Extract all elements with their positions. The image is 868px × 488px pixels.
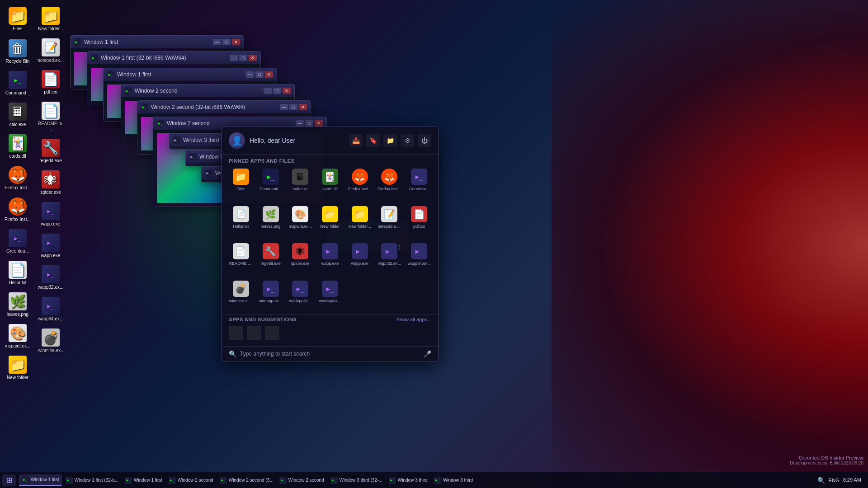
window-1-first-main-maximize[interactable]: □ xyxy=(222,39,231,45)
desktop-icon-calc[interactable]: 🖩 calc.exe xyxy=(2,100,33,130)
desktop-icon-notepad[interactable]: 📝 notepad.ex... xyxy=(35,36,66,66)
taskbar-window-3-third-3[interactable]: ▶_ Window 3 third xyxy=(431,474,476,486)
window-2-second-32-maximize[interactable]: □ xyxy=(289,104,297,110)
start-icon-folder[interactable]: 📁 xyxy=(383,134,397,147)
window-1-first-32-minimize[interactable]: — xyxy=(230,55,238,61)
start-icon-bookmark[interactable]: 🔖 xyxy=(366,134,380,147)
window-2-second-32-close[interactable]: ✕ xyxy=(299,104,307,110)
desktop-icon-pdf[interactable]: 📄 pdf.ico xyxy=(35,68,66,97)
desktop-icon-newfolder[interactable]: 📁 New folder xyxy=(2,353,33,383)
start-search-bar[interactable]: 🔍 Type anything to start search 🎤 xyxy=(222,346,438,361)
pinned-newfolder[interactable]: 📁 New folder xyxy=(316,203,344,240)
start-icon-settings[interactable]: ⚙ xyxy=(401,134,414,147)
app-suggest-3[interactable] xyxy=(265,326,279,340)
taskbar-window-2-second-32[interactable]: ▶_ Window 2 second (3... xyxy=(217,474,276,486)
desktop-icon-recyclebin[interactable]: 🗑 Recycle Bin xyxy=(2,37,33,66)
spider-label: spider.exe xyxy=(40,190,61,195)
window-1-first-32-icon: ▶_ xyxy=(91,54,98,61)
pinned-regedit[interactable]: 🔧 regedit.exe xyxy=(256,240,285,277)
pinned-wndapp64[interactable]: ▶_ wndapp64... xyxy=(316,278,344,314)
pinned-wapp32[interactable]: ▶_ wapp32.ex... ⋮ xyxy=(375,240,404,277)
desktop-icon-greentea[interactable]: ▶_ Greentea... xyxy=(2,227,33,256)
taskbar-window-2-second-2[interactable]: ▶_ Window 2 second xyxy=(277,474,327,486)
window-1-first-2-close[interactable]: ✕ xyxy=(265,71,273,78)
desktop-icon-readme[interactable]: 📄 README.m... xyxy=(35,99,66,134)
desktop-icon-command[interactable]: ▶_ Command _ xyxy=(2,69,33,98)
desktop-icon-wapp2[interactable]: ▶_ wapp.exe xyxy=(35,231,66,261)
pinned-wndapp32[interactable]: ▶_ wndapp32... xyxy=(286,278,315,314)
window-2-second-32-minimize[interactable]: — xyxy=(280,104,288,110)
desktop-icon-firefox2[interactable]: 🦊 Firefox Inst... xyxy=(2,195,33,225)
cards-label: cards.dll xyxy=(9,154,26,159)
desktop-icon-wapp1[interactable]: ▶_ wapp.exe xyxy=(35,200,66,229)
window-1-first-2-minimize[interactable]: — xyxy=(246,71,254,78)
pinned-firefox2[interactable]: 🦊 Firefox Inst... xyxy=(375,166,404,202)
taskbar-right: 🔍 ENG 8:29 AM xyxy=(817,477,866,484)
pinned-firefox1[interactable]: 🦊 Firefox Inst... xyxy=(345,166,374,202)
start-button[interactable]: ⊞ xyxy=(2,474,16,486)
window-1-first-main-minimize[interactable]: — xyxy=(213,39,221,45)
pinned-hellur[interactable]: 📄 Hellur.txt xyxy=(226,203,255,240)
desktop-icon-files[interactable]: 📁 Files xyxy=(2,5,33,34)
desktop-icon-spider[interactable]: 🕷 spider.exe xyxy=(35,168,66,197)
desktop-icon-regedit[interactable]: 🔧 regedit.exe xyxy=(35,136,66,166)
pinned-wapp1[interactable]: ▶_ wapp.exe xyxy=(316,240,344,277)
window-2-second-2-close[interactable]: ✕ xyxy=(315,120,323,127)
taskbar-window-3-third-2[interactable]: ▶_ Window 3 third xyxy=(386,474,430,486)
desktop-icon-wapp64[interactable]: ▶_ wapp64.ex... xyxy=(35,295,66,324)
pinned-wapp64[interactable]: ▶_ wapp64.ex... xyxy=(405,240,434,277)
pinned-files[interactable]: 📁 Files xyxy=(226,166,255,202)
window-1-first-32-maximize[interactable]: □ xyxy=(239,55,247,61)
pinned-cards[interactable]: 🃏 cards.dll xyxy=(316,166,344,202)
pinned-wndapp32-label: wndapp32... xyxy=(289,299,311,303)
app-suggest-1[interactable] xyxy=(229,326,243,340)
taskbar-window-1-first-32[interactable]: ▶_ Window 1 first (32-b... xyxy=(63,474,121,486)
window-2-second-2-maximize[interactable]: □ xyxy=(305,120,313,127)
pinned-wapp2[interactable]: ▶_ wapp.exe xyxy=(345,240,374,277)
show-all-apps-link[interactable]: Show all apps... xyxy=(396,317,431,322)
pinned-pdf[interactable]: 📄 pdf.ico xyxy=(405,203,434,240)
pinned-wndapp-icon: ▶_ xyxy=(263,281,279,297)
start-icon-download[interactable]: 📥 xyxy=(349,134,363,147)
pinned-notepad-icon: 📝 xyxy=(381,206,397,222)
desktop-icon-leaves[interactable]: 🌿 leaves.png xyxy=(2,290,33,319)
pinned-leaves[interactable]: 🌿 leaves.png xyxy=(256,203,285,240)
start-icon-power[interactable]: ⏻ xyxy=(418,134,431,147)
search-mic-icon[interactable]: 🎤 xyxy=(424,350,431,357)
pinned-notepad[interactable]: 📝 notepad.ex... xyxy=(375,203,404,240)
pinned-wndapp[interactable]: ▶_ wndapp.ex... xyxy=(256,278,285,314)
app-suggest-2[interactable] xyxy=(247,326,261,340)
firefox1-label: Firefox Inst... xyxy=(5,185,31,191)
desktop-icon-cards[interactable]: 🃏 cards.dll xyxy=(2,132,33,161)
start-menu[interactable]: 👤 Hello, dear User 📥 🔖 📁 ⚙ ⏻ Pinned apps… xyxy=(222,127,439,361)
desktop-icon-winmine[interactable]: 💣 winmine.ex... xyxy=(35,326,66,361)
taskbar-window-1-first[interactable]: ▶_ Window 1 first xyxy=(19,474,62,486)
taskbar-window-2-second[interactable]: ▶_ Window 2 second xyxy=(166,474,216,486)
pinned-spider-icon: 🕷 xyxy=(292,243,308,259)
desktop-icon-wapp32[interactable]: ▶_ wapp32.ex... xyxy=(35,263,66,292)
window-2-second-main-close[interactable]: ✕ xyxy=(283,88,291,94)
desktop-icon-mspaint[interactable]: 🎨 mspaint.ex... xyxy=(2,322,33,351)
taskbar-search-icon[interactable]: 🔍 xyxy=(817,477,825,484)
pinned-winmine[interactable]: 💣 winmine.ex... xyxy=(226,278,255,314)
notepad-label: notepad.ex... xyxy=(38,58,64,63)
pinned-mspaint[interactable]: 🎨 mspaint.ex... xyxy=(286,203,315,240)
pinned-cmd[interactable]: ▶_ Command... xyxy=(256,166,285,202)
taskbar-window-1-first-2[interactable]: ▶_ Window 1 first xyxy=(122,474,165,486)
desktop-icon-firefox1[interactable]: 🦊 Firefox Inst... xyxy=(2,164,33,193)
window-1-first-32-close[interactable]: ✕ xyxy=(249,55,257,61)
pinned-newfolder2[interactable]: 📁 New folder... xyxy=(345,203,374,240)
window-1-first-2-maximize[interactable]: □ xyxy=(255,71,264,78)
pinned-spider[interactable]: 🕷 spider.exe xyxy=(286,240,315,277)
pinned-greentea[interactable]: ▶_ Greentea... xyxy=(405,166,434,202)
pinned-readme[interactable]: 📄 README.m... xyxy=(226,240,255,277)
window-1-first-main-close[interactable]: ✕ xyxy=(232,39,240,45)
window-2-second-main-minimize[interactable]: — xyxy=(264,88,272,94)
taskbar-label-w1f32: Window 1 first (32-b... xyxy=(75,478,118,483)
desktop-icon-newfolder2[interactable]: 📁 New folder... xyxy=(35,5,66,34)
window-2-second-main-maximize[interactable]: □ xyxy=(273,88,281,94)
pinned-calc[interactable]: 🖩 calc.exe xyxy=(286,166,315,202)
window-2-second-2-minimize[interactable]: — xyxy=(296,120,304,127)
desktop-icon-hellur[interactable]: 📄 Hellur.txt xyxy=(2,258,33,288)
taskbar-window-3-third-32[interactable]: ▶_ Window 3 third (32-... xyxy=(328,474,385,486)
